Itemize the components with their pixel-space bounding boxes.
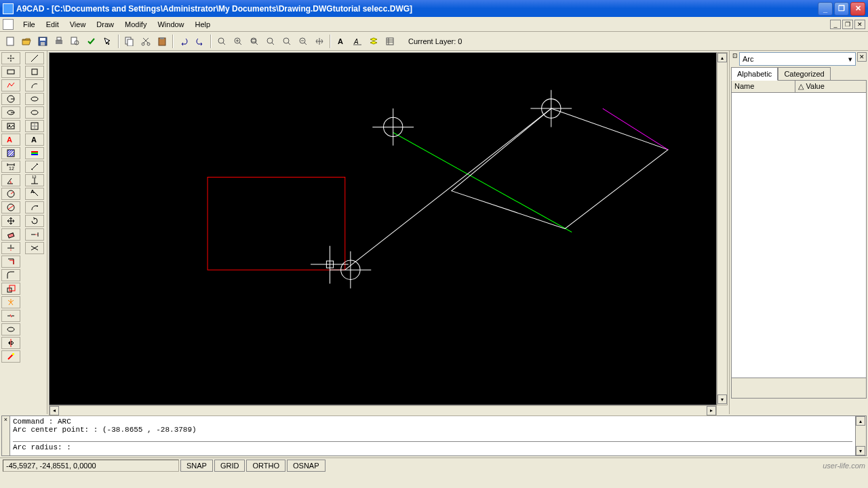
- menu-help[interactable]: Help: [190, 19, 216, 30]
- scroll-down-button[interactable]: ▾: [856, 446, 865, 455]
- undo-button[interactable]: [176, 34, 191, 49]
- zoom-out-button[interactable]: [296, 34, 311, 49]
- pan-button[interactable]: [312, 34, 327, 49]
- panel-pin-icon[interactable]: ⊡: [731, 52, 739, 66]
- tab-alphabetic[interactable]: Alphabetic: [731, 67, 778, 81]
- drawing-canvas[interactable]: [49, 52, 717, 405]
- command-prompt[interactable]: Arc radius: :: [13, 443, 852, 451]
- layers-button[interactable]: [366, 34, 381, 49]
- tab-categorized[interactable]: Categorized: [778, 67, 830, 81]
- ortho-toggle[interactable]: ORTHO: [246, 460, 285, 472]
- dim-angular-tool[interactable]: [1, 174, 20, 186]
- osnap-toggle[interactable]: OSNAP: [287, 460, 326, 472]
- zoom-all-button[interactable]: [263, 34, 278, 49]
- menu-modify[interactable]: Modify: [119, 19, 152, 30]
- mdi-minimize-button[interactable]: _: [830, 20, 841, 29]
- command-close-button[interactable]: ×: [2, 416, 10, 455]
- zoom-in-button[interactable]: [231, 34, 245, 49]
- rotate-tool[interactable]: [25, 215, 44, 227]
- dim-style-button[interactable]: A: [350, 34, 365, 49]
- image-tool[interactable]: [1, 120, 20, 132]
- zoom-extents-button[interactable]: [214, 34, 229, 49]
- erase-tool[interactable]: [1, 228, 20, 241]
- object-type-label: Arc: [743, 55, 754, 63]
- scroll-right-button[interactable]: ▸: [707, 406, 716, 415]
- sort-icon[interactable]: △: [795, 81, 804, 92]
- menu-view[interactable]: View: [64, 19, 92, 30]
- polygon-tool[interactable]: [25, 66, 44, 78]
- scroll-up-button[interactable]: ▴: [856, 416, 865, 426]
- select-button[interactable]: [100, 34, 115, 49]
- minimize-button[interactable]: _: [818, 2, 833, 16]
- mirror-tool[interactable]: [1, 337, 20, 349]
- scroll-up-button[interactable]: ▴: [717, 53, 727, 62]
- mdi-close-button[interactable]: ✕: [854, 20, 865, 29]
- close-button[interactable]: ✕: [850, 2, 865, 16]
- svg-rect-2: [40, 38, 45, 41]
- zoom-previous-button[interactable]: [279, 34, 294, 49]
- check-button[interactable]: [84, 34, 99, 49]
- scroll-down-button[interactable]: ▾: [717, 394, 727, 404]
- extend-tool[interactable]: [25, 228, 44, 241]
- match-prop-tool[interactable]: [1, 350, 20, 363]
- circle-tool[interactable]: [1, 93, 20, 105]
- copy-button[interactable]: [122, 34, 137, 49]
- title-bar: A9CAD - [C:\Documents and Settings\Admin…: [0, 0, 868, 17]
- horizontal-scrollbar[interactable]: ◂ ▸: [49, 405, 717, 416]
- paste-button[interactable]: [155, 34, 170, 49]
- copyclip-tool[interactable]: [1, 323, 20, 336]
- hatch-tool[interactable]: [1, 147, 20, 159]
- object-type-dropdown[interactable]: Arc ▾: [739, 52, 856, 66]
- vertical-scrollbar[interactable]: ▴ ▾: [717, 52, 728, 405]
- leader-tool[interactable]: A: [25, 188, 44, 200]
- move-tool[interactable]: [1, 215, 20, 227]
- grid-toggle[interactable]: GRID: [214, 460, 245, 472]
- menu-window[interactable]: Window: [152, 19, 189, 30]
- print-button[interactable]: [52, 34, 66, 49]
- point-tool[interactable]: [1, 52, 20, 64]
- redo-button[interactable]: [193, 34, 208, 49]
- text-tool[interactable]: A: [25, 134, 44, 146]
- fillet-tool[interactable]: [1, 269, 20, 281]
- spline-tool[interactable]: [25, 106, 44, 119]
- arc-tool[interactable]: [25, 79, 44, 92]
- open-button[interactable]: [19, 34, 34, 49]
- print-preview-button[interactable]: [68, 34, 83, 49]
- dim-aligned-tool[interactable]: [25, 161, 44, 173]
- command-scrollbar[interactable]: ▴ ▾: [855, 416, 866, 455]
- donut-tool[interactable]: [25, 93, 44, 105]
- mtext-tool[interactable]: A: [1, 134, 20, 146]
- line-tool[interactable]: [25, 52, 44, 64]
- snap-toggle[interactable]: SNAP: [180, 460, 213, 472]
- dim-arc-tool[interactable]: [25, 201, 44, 214]
- new-button[interactable]: [3, 34, 18, 49]
- polyline-tool[interactable]: [1, 79, 20, 92]
- cut-button[interactable]: [138, 34, 153, 49]
- ellipse-tool[interactable]: [1, 106, 20, 119]
- scroll-left-button[interactable]: ◂: [50, 406, 59, 415]
- scale-tool[interactable]: [1, 283, 20, 295]
- rectangle-tool[interactable]: [1, 66, 20, 78]
- mdi-restore-button[interactable]: ❐: [842, 20, 853, 29]
- properties-grid[interactable]: Name △ Value: [731, 80, 867, 378]
- maximize-button[interactable]: ❐: [834, 2, 849, 16]
- panel-close-button[interactable]: ✕: [857, 52, 867, 62]
- dim-linear-tool[interactable]: 12: [1, 161, 20, 173]
- solid-tool[interactable]: [25, 120, 44, 132]
- menu-edit[interactable]: Edit: [41, 19, 64, 30]
- join-tool[interactable]: [25, 242, 44, 254]
- explode-tool[interactable]: [1, 296, 20, 308]
- zoom-window-button[interactable]: [247, 34, 262, 49]
- menu-draw[interactable]: Draw: [91, 19, 119, 30]
- menu-file[interactable]: File: [18, 19, 41, 30]
- dim-diameter-tool[interactable]: [1, 201, 20, 214]
- trim-tool[interactable]: [1, 242, 20, 254]
- break-tool[interactable]: [1, 310, 20, 322]
- offset-tool[interactable]: [1, 256, 20, 268]
- properties-button[interactable]: [382, 34, 397, 49]
- gradient-tool[interactable]: [25, 147, 44, 159]
- save-button[interactable]: [35, 34, 50, 49]
- dim-ordinate-tool[interactable]: 12: [25, 174, 44, 186]
- text-style-button[interactable]: A: [334, 34, 349, 49]
- dim-radius-tool[interactable]: [1, 188, 20, 200]
